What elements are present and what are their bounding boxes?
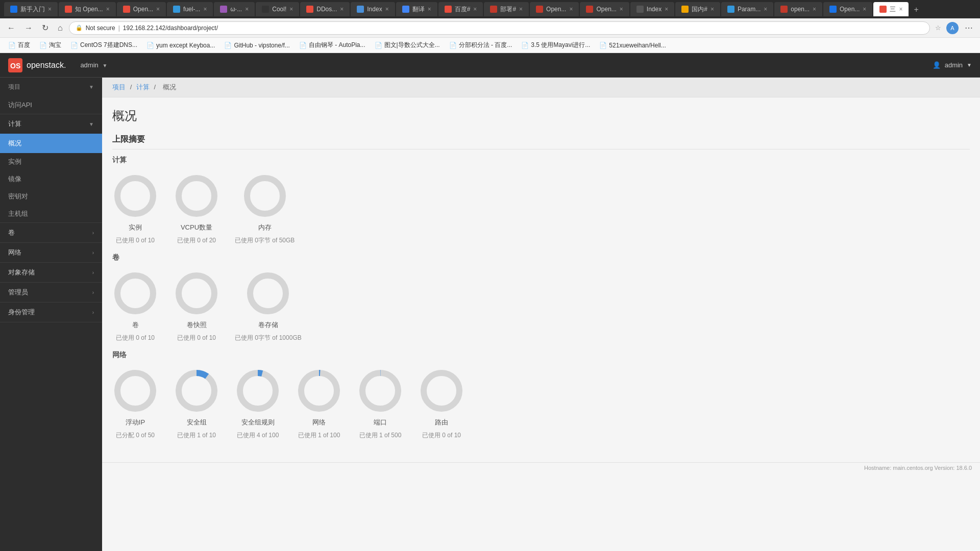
tab-active[interactable]: 三 × [873, 2, 909, 16]
tab-label: 部署# [500, 5, 516, 14]
tab-index2[interactable]: Index × [630, 2, 674, 16]
sidebar-network-label: 网络 [8, 248, 21, 257]
chart-memory: 内存 已使用 0字节 of 50GB [235, 173, 295, 245]
tab-baidu-hash[interactable]: 百度# × [438, 2, 483, 16]
sidebar-item-instances[interactable]: 实例 [0, 153, 102, 170]
tab-cool[interactable]: Cool! × [256, 2, 299, 16]
sidebar-network-toggle[interactable]: 网络 › [0, 243, 102, 262]
tab-open-blue[interactable]: Open... × [823, 2, 872, 16]
close-icon[interactable]: × [289, 6, 293, 13]
project-selector[interactable]: admin ▼ [80, 61, 107, 69]
sidebar-item-api[interactable]: 访问API [0, 96, 102, 114]
bookmark-piano[interactable]: 📄 自由钢琴 - AutoPia... [295, 39, 370, 51]
close-icon[interactable]: × [428, 6, 431, 13]
bookmark-github[interactable]: 📄 GitHub - vipstone/f... [220, 40, 293, 51]
bookmark-mayavi[interactable]: 📄 3.5 使用Mayavi进行... [517, 39, 594, 51]
reload-button[interactable]: ↻ [39, 21, 52, 35]
tab-ddos[interactable]: DDos... × [300, 2, 350, 16]
chart-canvas-vcpu [174, 173, 219, 219]
chart-volume-storage: 卷存储 已使用 0字节 of 1000GB [235, 270, 302, 342]
tab-fuel[interactable]: fuel-... × [167, 2, 213, 16]
chart-sublabel-network: 已使用 1 of 100 [298, 431, 340, 440]
sidebar-images-label: 镜像 [8, 175, 21, 183]
sidebar-item-overview[interactable]: 概况 [0, 134, 102, 153]
chart-label-volume-snapshot: 卷快照 [187, 320, 207, 330]
bookmark-star-icon[interactable]: ☆ [933, 22, 943, 34]
new-tab-button[interactable]: + [910, 3, 922, 16]
close-icon[interactable]: × [899, 6, 902, 13]
tab-open-c1[interactable]: Open... × [530, 2, 579, 16]
sidebar-item-images[interactable]: 镜像 [0, 170, 102, 188]
sidebar-volumes-label: 卷 [8, 228, 15, 237]
bookmark-integral[interactable]: 📄 分部积分法 - 百度... [445, 39, 517, 51]
chart-canvas-volume [112, 270, 158, 316]
close-icon[interactable]: × [863, 6, 866, 13]
svg-point-8 [117, 373, 153, 409]
close-icon[interactable]: × [519, 6, 523, 13]
chart-floating-ip: 浮动IP 已分配 0 of 50 [112, 368, 158, 440]
close-icon[interactable]: × [385, 6, 389, 13]
tab-deploy[interactable]: 部署# × [484, 2, 529, 16]
menu-button[interactable]: ⋯ [962, 21, 976, 35]
tab-favicon [262, 6, 269, 13]
close-icon[interactable]: × [620, 6, 623, 13]
breadcrumb-project[interactable]: 项目 [112, 83, 126, 91]
bookmark-taobao[interactable]: 📄 淘宝 [35, 39, 65, 51]
breadcrumb-compute[interactable]: 计算 [136, 83, 150, 91]
bookmark-math[interactable]: 📄 图文|导数公式大全... [371, 39, 444, 51]
chart-label-vcpu: VCPU数量 [181, 223, 212, 232]
logo-text: openstack. [27, 61, 66, 70]
chart-instance: 实例 已使用 0 of 10 [112, 173, 158, 245]
tab-label: 国内# [692, 5, 707, 14]
close-icon[interactable]: × [245, 6, 249, 13]
sidebar-admin-toggle[interactable]: 管理员 › [0, 283, 102, 302]
tab-param[interactable]: Param... × [721, 2, 773, 16]
tab-index1[interactable]: Index × [351, 2, 395, 16]
bookmark-centos[interactable]: 📄 CentOS 7搭建DNS... [66, 39, 141, 51]
svg-point-6 [179, 276, 214, 311]
sidebar-item-keypairs[interactable]: 密钥对 [0, 188, 102, 205]
close-icon[interactable]: × [665, 6, 668, 13]
sidebar-project-header[interactable]: 项目 ▼ [0, 78, 102, 96]
tab-open2[interactable]: 知 Open... × [59, 2, 116, 16]
chart-label-volume: 卷 [132, 320, 139, 330]
sidebar-item-host-groups[interactable]: 主机组 [0, 205, 102, 222]
chevron-down-icon: ▼ [89, 121, 94, 127]
chart-label-floating-ip: 浮动IP [126, 418, 145, 427]
donut-chart-memory [242, 173, 288, 219]
home-button[interactable]: ⌂ [55, 21, 66, 35]
admin-menu[interactable]: 👤 admin ▼ [933, 61, 972, 69]
close-icon[interactable]: × [764, 6, 767, 13]
back-button[interactable]: ← [4, 21, 18, 35]
close-icon[interactable]: × [710, 6, 714, 13]
tab-guonei[interactable]: 国内# × [675, 2, 720, 16]
forward-button[interactable]: → [21, 21, 36, 35]
chart-security-group: 安全组 已使用 1 of 10 [174, 368, 219, 440]
close-icon[interactable]: × [813, 6, 816, 13]
tab-open3[interactable]: Open... × [117, 2, 166, 16]
bookmark-hell[interactable]: 📄 521xueweihan/Hell... [595, 40, 670, 51]
sidebar-compute-toggle[interactable]: 计算 ▼ [0, 114, 102, 134]
sidebar-volumes-toggle[interactable]: 卷 › [0, 223, 102, 242]
bookmark-baidu[interactable]: 📄 百度 [4, 39, 34, 51]
donut-chart-instance [112, 173, 158, 219]
address-bar[interactable]: 🔒 Not secure | 192.168.22.142/dashboard/… [69, 21, 930, 35]
close-icon[interactable]: × [156, 6, 160, 13]
tab-xinshouru[interactable]: 新手入门 × [4, 2, 58, 16]
close-icon[interactable]: × [203, 6, 207, 13]
tab-open-small[interactable]: open... × [774, 2, 822, 16]
tab-open-c2[interactable]: Open... × [580, 2, 629, 16]
close-icon[interactable]: × [48, 6, 52, 13]
close-icon[interactable]: × [106, 6, 110, 13]
close-icon[interactable]: × [340, 6, 344, 13]
chart-label-network: 网络 [312, 418, 326, 427]
bookmark-yum[interactable]: 📄 yum except Keyboa... [142, 40, 219, 51]
sidebar-identity-toggle[interactable]: 身份管理 › [0, 303, 102, 322]
tab-omega[interactable]: ω·... × [214, 2, 255, 16]
close-icon[interactable]: × [473, 6, 477, 13]
profile-button[interactable]: A [946, 22, 959, 34]
page-title: 概况 [112, 108, 970, 124]
sidebar-object-storage-toggle[interactable]: 对象存储 › [0, 263, 102, 282]
close-icon[interactable]: × [569, 6, 573, 13]
tab-translate[interactable]: 翻译 × [396, 2, 437, 16]
